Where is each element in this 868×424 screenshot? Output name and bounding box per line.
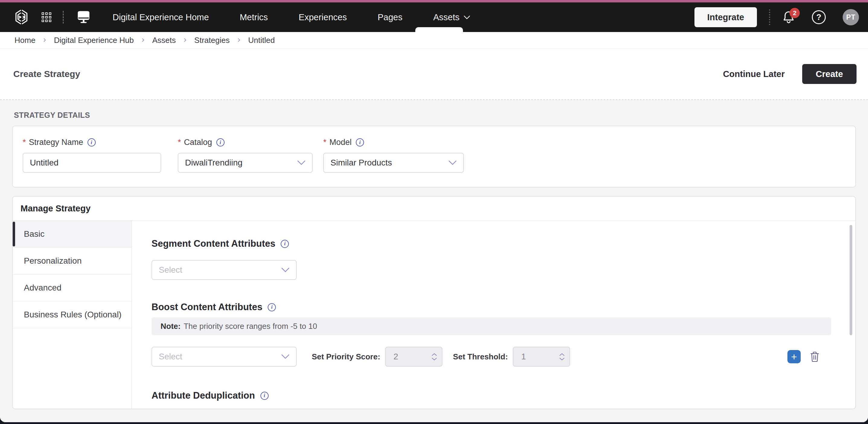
brand-logo-icon[interactable] xyxy=(14,9,28,25)
info-icon[interactable]: i xyxy=(88,138,96,147)
continue-later-button[interactable]: Continue Later xyxy=(723,69,785,79)
boost-attributes-select[interactable]: Select xyxy=(152,347,297,367)
info-icon[interactable]: i xyxy=(260,392,269,400)
chevron-down-icon xyxy=(281,268,289,272)
top-navbar: Digital Experience Home Metrics Experien… xyxy=(0,2,868,32)
breadcrumb-strategies[interactable]: Strategies xyxy=(194,36,230,45)
manage-strategy-title: Manage Strategy xyxy=(13,196,855,221)
breadcrumb: Home › Digital Experience Hub › Assets ›… xyxy=(0,32,868,49)
threshold-stepper[interactable]: 1 xyxy=(513,347,570,367)
info-icon[interactable]: i xyxy=(356,138,364,147)
info-icon[interactable]: i xyxy=(216,138,224,147)
strategy-details-card: * Strategy Name i * Catalog i DiwaliTren… xyxy=(12,126,856,187)
required-asterisk: * xyxy=(323,138,327,147)
stepper-arrows-icon[interactable] xyxy=(559,353,565,361)
stepper-arrows-icon[interactable] xyxy=(432,353,437,361)
page-header: Create Strategy Continue Later Create xyxy=(0,49,868,100)
nav-item-pages[interactable]: Pages xyxy=(378,12,402,22)
breadcrumb-separator: › xyxy=(142,35,144,44)
user-avatar[interactable]: PT xyxy=(843,9,859,25)
nav-item-experiences[interactable]: Experiences xyxy=(299,12,347,22)
set-threshold-label: Set Threshold: xyxy=(453,352,508,362)
boost-content-attributes-heading: Boost Content Attributes i xyxy=(152,302,855,312)
assets-active-indicator xyxy=(415,27,463,32)
tab-business-rules[interactable]: Business Rules (Optional) xyxy=(13,301,132,328)
nav-item-digital-experience-home[interactable]: Digital Experience Home xyxy=(113,12,209,22)
strategy-name-input[interactable] xyxy=(23,153,161,173)
apps-grid-icon[interactable] xyxy=(42,12,51,22)
strategy-details-section-label: STRATEGY DETAILS xyxy=(14,111,856,120)
vertical-scrollbar[interactable] xyxy=(849,225,852,335)
strategy-name-label: * Strategy Name i xyxy=(23,138,161,147)
chevron-down-icon xyxy=(448,160,457,165)
nav-item-assets[interactable]: Assets xyxy=(433,12,470,22)
breadcrumb-separator: › xyxy=(43,35,46,44)
segment-attributes-select[interactable]: Select xyxy=(152,260,297,280)
required-asterisk: * xyxy=(178,138,181,147)
monitor-icon[interactable] xyxy=(77,10,90,24)
page-title: Create Strategy xyxy=(13,69,80,79)
delete-boost-attribute-icon[interactable] xyxy=(810,351,819,362)
breadcrumb-home[interactable]: Home xyxy=(14,36,35,45)
tab-advanced[interactable]: Advanced xyxy=(13,274,132,301)
manage-strategy-card: Manage Strategy Basic Personalization Ad… xyxy=(12,196,856,409)
page-content: STRATEGY DETAILS * Strategy Name i * Cat… xyxy=(0,100,868,422)
integrate-button[interactable]: Integrate xyxy=(694,7,757,27)
chevron-down-icon xyxy=(464,16,470,19)
basic-tab-panel: Segment Content Attributes i Select Boos… xyxy=(132,221,855,408)
model-dropdown[interactable]: Similar Products xyxy=(323,153,464,173)
help-icon[interactable]: ? xyxy=(812,10,826,24)
catalog-label: * Catalog i xyxy=(178,138,313,147)
priority-score-stepper[interactable]: 2 xyxy=(385,347,442,367)
tab-basic[interactable]: Basic xyxy=(13,221,132,248)
breadcrumb-assets[interactable]: Assets xyxy=(152,36,176,45)
catalog-dropdown[interactable]: DiwaliTrendiing xyxy=(178,153,313,173)
info-icon[interactable]: i xyxy=(268,303,276,311)
info-icon[interactable]: i xyxy=(281,240,289,248)
nav-right-divider xyxy=(769,9,770,25)
attribute-deduplication-heading: Attribute Deduplication i xyxy=(152,390,855,401)
add-boost-attribute-button[interactable]: + xyxy=(787,350,801,363)
accent-strip xyxy=(0,0,868,2)
required-asterisk: * xyxy=(23,138,26,147)
strategy-tabs: Basic Personalization Advanced Business … xyxy=(13,221,132,408)
nav-item-metrics[interactable]: Metrics xyxy=(240,12,268,22)
create-button[interactable]: Create xyxy=(802,64,857,84)
chevron-down-icon xyxy=(297,160,305,165)
primary-nav: Digital Experience Home Metrics Experien… xyxy=(113,12,470,22)
tab-personalization[interactable]: Personalization xyxy=(13,248,132,274)
breadcrumb-separator: › xyxy=(184,35,187,44)
boost-attribute-row: Select Set Priority Score: 2 Set Thresho… xyxy=(152,347,831,367)
navbar-right: Integrate 2 ? PT xyxy=(694,2,859,32)
notifications-bell-icon[interactable]: 2 xyxy=(782,10,795,24)
chevron-down-icon xyxy=(281,354,289,359)
segment-content-attributes-heading: Segment Content Attributes i xyxy=(152,238,855,249)
nav-divider xyxy=(63,11,64,24)
app-window: Digital Experience Home Metrics Experien… xyxy=(0,0,868,422)
breadcrumb-separator: › xyxy=(238,35,240,44)
model-label: * Model i xyxy=(323,138,464,147)
breadcrumb-digital-experience-hub[interactable]: Digital Experience Hub xyxy=(54,36,134,45)
breadcrumb-untitled: Untitled xyxy=(248,36,275,45)
set-priority-score-label: Set Priority Score: xyxy=(312,352,380,362)
priority-score-note: Note: The priority score ranges from -5 … xyxy=(152,317,831,335)
notification-badge: 2 xyxy=(789,8,800,18)
